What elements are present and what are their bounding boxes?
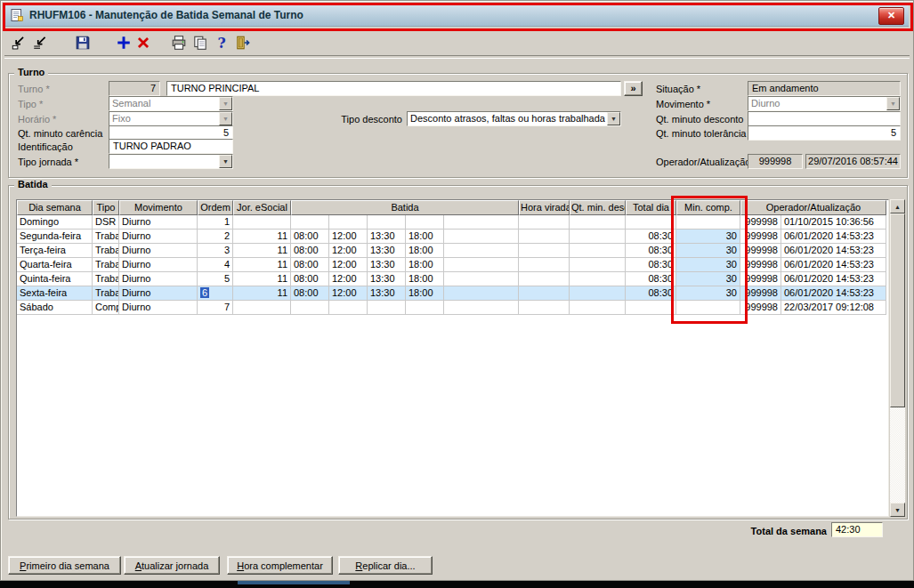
cell-batida-4[interactable]	[406, 301, 444, 315]
hora-complementar-button[interactable]: Hora complementar	[227, 556, 333, 575]
tipo-desconto-dropdown[interactable]: Desconto atrasos, faltas ou horas trabal…	[407, 111, 621, 126]
cell-tipo[interactable]: Trabal	[93, 286, 119, 301]
cell-batida-3[interactable]	[368, 215, 406, 230]
cell-batida-3[interactable]	[368, 301, 406, 315]
cell-operador[interactable]: 99999806/01/2020 14:53:23	[740, 286, 886, 301]
cell-movimento[interactable]: Diurno	[119, 258, 198, 272]
cell-jor-esocial[interactable]: 11	[233, 286, 291, 301]
cell-operador[interactable]: 99999801/10/2015 10:36:56	[740, 215, 886, 230]
cell-batida-4[interactable]: 18:00	[406, 258, 444, 272]
cell-total-dia[interactable]: 08:30	[626, 286, 676, 301]
cell-jor-esocial[interactable]: 11	[233, 244, 291, 258]
cell-ordem[interactable]: 1	[198, 215, 233, 230]
cell-jor-esocial[interactable]	[233, 215, 291, 230]
close-button[interactable]: ✕	[878, 7, 904, 25]
cell-total-dia[interactable]: 08:30	[626, 230, 676, 244]
cell-batida-1[interactable]: 08:00	[291, 286, 329, 301]
cell-hora-virada[interactable]	[519, 230, 570, 244]
column-header-hora_virada[interactable]: Hora virada	[519, 200, 570, 215]
table-row[interactable]: SábadoCompDiurno799999822/03/2017 09:12:…	[17, 301, 888, 315]
cell-ordem[interactable]: 3	[198, 244, 233, 258]
cell-min-comp[interactable]: 30	[676, 230, 740, 244]
cell-qt-min-desc[interactable]	[570, 244, 626, 258]
cell-operador[interactable]: 99999806/01/2020 14:53:23	[740, 230, 886, 244]
cell-qt-min-desc[interactable]	[570, 230, 626, 244]
cell-batida-1[interactable]: 08:00	[291, 230, 329, 244]
cell-batida-2[interactable]	[329, 215, 368, 230]
column-header-total_dia[interactable]: Total dia	[626, 200, 676, 215]
cell-ordem[interactable]: 2	[198, 230, 233, 244]
cell-operador[interactable]: 99999806/01/2020 14:53:23	[740, 258, 886, 272]
cell-batida-1[interactable]: 08:00	[291, 244, 329, 258]
cell-batida-extra[interactable]	[444, 272, 519, 286]
cell-batida-2[interactable]: 12:00	[329, 230, 368, 244]
cell-operador[interactable]: 99999806/01/2020 14:53:23	[740, 244, 886, 258]
chevron-down-icon[interactable]: ▼	[607, 112, 620, 125]
cell-dia[interactable]: Sexta-feira	[17, 286, 93, 301]
cell-batida-2[interactable]: 12:00	[329, 286, 368, 301]
add-icon[interactable]	[115, 34, 133, 52]
cell-hora-virada[interactable]	[519, 301, 570, 315]
cell-jor-esocial[interactable]: 11	[233, 258, 291, 272]
cell-jor-esocial[interactable]: 11	[233, 230, 291, 244]
goto-icon[interactable]	[10, 34, 28, 52]
cell-batida-extra[interactable]	[444, 230, 519, 244]
cell-batida-4[interactable]: 18:00	[406, 272, 444, 286]
cell-hora-virada[interactable]	[519, 215, 570, 230]
exit-icon[interactable]	[234, 34, 252, 52]
cell-min-comp[interactable]: 30	[676, 286, 740, 301]
identificacao-field[interactable]: TURNO PADRAO	[109, 139, 233, 154]
cell-batida-1[interactable]	[291, 301, 329, 315]
cell-batida-2[interactable]	[329, 301, 368, 315]
print-icon[interactable]	[170, 34, 188, 52]
cell-min-comp[interactable]	[676, 301, 740, 315]
cell-dia[interactable]: Quinta-feira	[17, 272, 93, 286]
qt-minuto-tolerancia-field[interactable]: 5	[748, 125, 901, 141]
table-row[interactable]: Terça-feiraTrabalDiurno31108:0012:0013:3…	[17, 244, 888, 258]
cell-tipo[interactable]: DSR	[93, 215, 119, 230]
cell-movimento[interactable]: Diurno	[119, 272, 198, 286]
cell-dia[interactable]: Domingo	[17, 215, 93, 230]
cell-qt-min-desc[interactable]	[570, 301, 626, 315]
column-header-batida[interactable]: Batida	[291, 200, 519, 215]
table-row[interactable]: DomingoDSRDiurno199999801/10/2015 10:36:…	[17, 215, 888, 230]
cell-movimento[interactable]: Diurno	[119, 244, 198, 258]
cell-movimento[interactable]: Diurno	[119, 286, 198, 301]
cell-jor-esocial[interactable]: 11	[233, 272, 291, 286]
cell-total-dia[interactable]: 08:30	[626, 258, 676, 272]
primeiro-dia-semana-button[interactable]: Primeiro dia semana	[8, 556, 121, 575]
cell-total-dia[interactable]: 08:30	[626, 272, 676, 286]
cell-jor-esocial[interactable]	[233, 301, 291, 315]
cell-batida-2[interactable]: 12:00	[329, 258, 368, 272]
cell-hora-virada[interactable]	[519, 244, 570, 258]
cell-batida-extra[interactable]	[444, 258, 519, 272]
table-row[interactable]: Sexta-feiraTrabalDiurno61108:0012:0013:3…	[17, 286, 888, 301]
cell-tipo[interactable]: Trabal	[93, 244, 119, 258]
cell-batida-2[interactable]: 12:00	[329, 244, 368, 258]
search-icon[interactable]	[31, 34, 49, 52]
cell-ordem[interactable]: 6	[198, 286, 233, 301]
column-header-ordem[interactable]: Ordem	[198, 200, 233, 215]
cell-tipo[interactable]: Trabal	[93, 230, 119, 244]
qt-minuto-desconto-field[interactable]	[748, 111, 901, 126]
column-header-min_comp[interactable]: Min. comp.	[676, 200, 740, 215]
cell-batida-1[interactable]	[291, 215, 329, 230]
column-header-operador[interactable]: Operador/Atualização	[740, 200, 886, 215]
copy-icon[interactable]	[191, 34, 209, 52]
cell-tipo[interactable]: Comp	[93, 301, 119, 315]
help-icon[interactable]: ?	[213, 34, 231, 52]
cell-min-comp[interactable]	[676, 215, 740, 230]
table-row[interactable]: Segunda-feiraTrabalDiurno21108:0012:0013…	[17, 230, 888, 244]
cell-batida-4[interactable]: 18:00	[406, 286, 444, 301]
cell-batida-3[interactable]: 13:30	[368, 230, 406, 244]
cell-movimento[interactable]: Diurno	[119, 215, 198, 230]
cell-batida-3[interactable]: 13:30	[368, 272, 406, 286]
turno-name-field[interactable]: TURNO PRINCIPAL	[166, 81, 621, 96]
cell-batida-extra[interactable]	[444, 301, 519, 315]
cell-hora-virada[interactable]	[519, 286, 570, 301]
column-header-tipo[interactable]: Tipo	[93, 200, 119, 215]
cell-movimento[interactable]: Diurno	[119, 230, 198, 244]
scrollbar-thumb[interactable]	[890, 213, 905, 407]
cell-total-dia[interactable]	[626, 215, 676, 230]
replicar-dia-button[interactable]: Replicar dia...	[338, 556, 433, 575]
